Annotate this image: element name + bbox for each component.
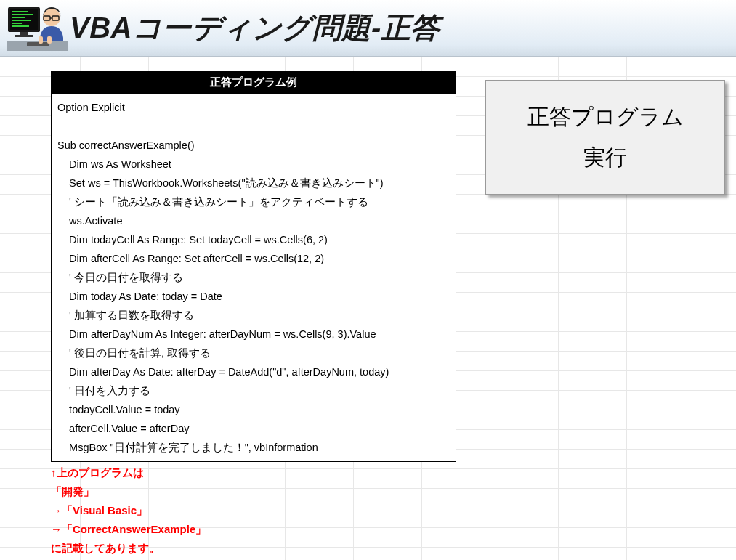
code-box-title: 正答プログラム例	[52, 72, 456, 94]
svg-rect-15	[27, 42, 49, 46]
run-correct-program-button[interactable]: 正答プログラム 実行	[485, 80, 725, 195]
code-box-content: Option Explicit Sub correctAnswerExample…	[52, 94, 456, 462]
program-location-instructions: ↑上のプログラムは 「開発」 →「Visual Basic」 →「Correct…	[51, 463, 206, 558]
svg-rect-9	[15, 35, 33, 37]
instruction-line: →「CorrectAnswerExample」	[51, 520, 206, 539]
svg-rect-8	[20, 32, 28, 35]
svg-rect-2	[12, 11, 28, 12]
correct-answer-code-box: 正答プログラム例 Option Explicit Sub correctAnsw…	[51, 71, 456, 462]
svg-rect-16	[39, 36, 43, 44]
instruction-line: 「開発」	[51, 482, 206, 501]
svg-rect-7	[12, 25, 29, 27]
instruction-line: ↑上のプログラムは	[51, 463, 206, 482]
svg-rect-17	[47, 36, 52, 44]
svg-rect-5	[12, 20, 31, 21]
page-title: VBAコーディング問題-正答	[70, 8, 440, 48]
svg-rect-3	[12, 14, 33, 15]
svg-rect-6	[12, 23, 22, 24]
programmer-icon	[4, 3, 70, 54]
instruction-line: →「Visual Basic」	[51, 501, 206, 520]
instruction-line: に記載してあります。	[51, 539, 206, 558]
svg-rect-4	[12, 17, 25, 18]
title-header: VBAコーディング問題-正答	[0, 0, 736, 57]
